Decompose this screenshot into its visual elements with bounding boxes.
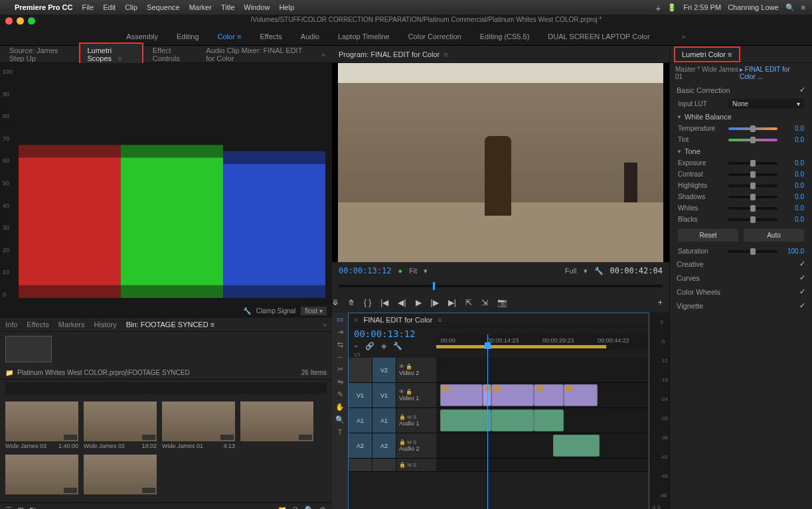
- spotlight-icon[interactable]: 🔍: [785, 3, 795, 12]
- tab-lumetri-color[interactable]: Lumetri Color ≡: [674, 46, 740, 62]
- section-curves[interactable]: Curves✓: [670, 271, 812, 285]
- folder-icon[interactable]: 📁: [5, 369, 13, 376]
- tab-info[interactable]: Info: [5, 321, 17, 328]
- program-tc-out[interactable]: 00:00:42:04: [610, 266, 663, 275]
- white-balance-header[interactable]: White Balance: [670, 111, 812, 123]
- clip-item[interactable]: [84, 455, 157, 496]
- tab-history[interactable]: History: [94, 321, 117, 328]
- menu-help[interactable]: Help: [279, 3, 294, 11]
- extract-icon[interactable]: ⇲: [481, 298, 488, 307]
- link-icon[interactable]: 🔗: [365, 342, 374, 350]
- reset-button[interactable]: Reset: [678, 229, 738, 242]
- clip-item[interactable]: [240, 401, 313, 449]
- track-a3[interactable]: 🔒 M S: [349, 459, 649, 472]
- timeline-tc[interactable]: 00:00:13:12: [349, 327, 436, 340]
- go-in-icon[interactable]: |◀: [380, 298, 388, 307]
- battery-icon[interactable]: 🔋: [667, 3, 677, 12]
- ws-color[interactable]: Color ≡: [218, 33, 242, 40]
- menubar-user[interactable]: Channing Lowe: [728, 3, 778, 11]
- scope-settings-icon[interactable]: 🔧: [243, 307, 251, 315]
- ws-laptop[interactable]: Laptop Timeline: [338, 33, 390, 40]
- mark-in-icon[interactable]: ⤋: [332, 298, 339, 307]
- project-overflow[interactable]: »: [323, 321, 327, 328]
- step-fwd-icon[interactable]: |▶: [431, 298, 439, 307]
- track-v1[interactable]: V1V1👁 🔒Video 1 Open 02: [349, 383, 649, 408]
- rate-stretch-icon[interactable]: ↔: [337, 353, 344, 361]
- tab-audio-mixer[interactable]: Audio Clip Mixer: FINAL EDIT for Color: [199, 44, 312, 65]
- settings-icon[interactable]: 🔧: [594, 267, 604, 275]
- timeline-ruler[interactable]: 00:00 00:00:14:23 00:00:29:23 00:00:44:2…: [436, 334, 649, 350]
- temperature-value[interactable]: 0.0: [781, 125, 804, 132]
- section-creative[interactable]: Creative✓: [670, 257, 812, 271]
- ws-effects[interactable]: Effects: [260, 33, 282, 40]
- ripple-edit-icon[interactable]: ⇆: [337, 340, 343, 349]
- track-a2[interactable]: A2A2🔒 M SAudio 2: [349, 433, 649, 459]
- menubar-time[interactable]: Fri 2:59 PM: [683, 3, 721, 11]
- settings-icon[interactable]: 🔧: [393, 342, 402, 350]
- menu-title[interactable]: Title: [221, 3, 234, 11]
- lumetri-seq-link[interactable]: ▸ FINAL EDIT for Color ...: [740, 66, 807, 80]
- float-dropdown[interactable]: float ▾: [301, 307, 327, 315]
- program-scrubber[interactable]: [332, 279, 669, 293]
- lift-icon[interactable]: ⇱: [465, 298, 472, 307]
- bin-search-input[interactable]: [5, 382, 327, 394]
- resolution-dropdown[interactable]: Full: [565, 267, 577, 275]
- find-icon[interactable]: 🔍: [305, 506, 314, 509]
- export-frame-icon[interactable]: 📷: [497, 298, 507, 307]
- freeform-view-icon[interactable]: ◧: [29, 506, 36, 509]
- icon-view-icon[interactable]: ▦: [17, 506, 24, 509]
- tab-markers[interactable]: Markers: [58, 321, 85, 328]
- play-icon[interactable]: ▶: [416, 298, 422, 307]
- clip-item[interactable]: Wide James 0218:02: [84, 401, 157, 449]
- clamp-signal-toggle[interactable]: Clamp Signal: [256, 307, 295, 315]
- exposure-slider[interactable]: [728, 162, 777, 165]
- new-bin-icon[interactable]: 📁: [278, 506, 287, 509]
- ws-editing[interactable]: Editing: [177, 33, 199, 40]
- whites-slider[interactable]: [728, 207, 777, 210]
- highlights-slider[interactable]: [728, 184, 777, 187]
- timeline-playhead[interactable]: [487, 334, 488, 509]
- tint-value[interactable]: 0.0: [781, 136, 804, 143]
- tint-slider[interactable]: [728, 139, 777, 141]
- section-basic-correction[interactable]: Basic Correction✓: [670, 83, 812, 97]
- tab-effects[interactable]: Effects: [27, 321, 48, 328]
- slip-tool-icon[interactable]: ⇋: [337, 378, 343, 386]
- menu-edit[interactable]: Edit: [103, 3, 116, 11]
- ws-audio[interactable]: Audio: [301, 33, 319, 40]
- auto-button[interactable]: Auto: [744, 229, 804, 242]
- menu-window[interactable]: Window: [244, 3, 270, 11]
- mark-clip-icon[interactable]: { }: [364, 298, 371, 307]
- razor-tool-icon[interactable]: ✂: [337, 365, 343, 374]
- close-window[interactable]: [5, 17, 13, 25]
- program-tc-in[interactable]: 00:00:13:12: [339, 266, 391, 275]
- step-back-icon[interactable]: ◀|: [398, 298, 406, 307]
- list-view-icon[interactable]: ☰: [5, 506, 12, 509]
- track-v2[interactable]: V2👁 🔒Video 2: [349, 358, 649, 383]
- marker-icon[interactable]: ◈: [381, 342, 386, 350]
- snap-icon[interactable]: ⌁: [354, 342, 359, 350]
- hand-tool-icon[interactable]: ✋: [335, 403, 345, 411]
- clip-item[interactable]: Wide James 031:40:00: [5, 401, 78, 449]
- section-color-wheels[interactable]: Color Wheels✓: [670, 285, 812, 299]
- trash-icon[interactable]: 🗑: [319, 506, 327, 509]
- tab-effect-controls[interactable]: Effect Controls: [146, 44, 197, 65]
- new-item-icon[interactable]: 🗋: [292, 506, 299, 509]
- ws-cs55[interactable]: Editing (CS5.5): [480, 33, 530, 40]
- shadows-slider[interactable]: [728, 196, 777, 198]
- sequence-name[interactable]: FINAL EDIT for Color: [363, 316, 432, 324]
- clip-item[interactable]: Wide James 014:13: [162, 401, 235, 449]
- ws-cc[interactable]: Color Correction: [408, 33, 461, 40]
- window-controls[interactable]: [0, 15, 41, 27]
- temperature-slider[interactable]: [728, 127, 777, 130]
- menu-clip[interactable]: Clip: [125, 3, 137, 11]
- track-select-icon[interactable]: ⇥: [337, 328, 343, 336]
- mark-out-icon[interactable]: ⤊: [348, 298, 355, 307]
- ws-assembly[interactable]: Assembly: [126, 33, 158, 40]
- go-out-icon[interactable]: ▶|: [448, 298, 456, 307]
- maximize-window[interactable]: [28, 17, 35, 25]
- menu-marker[interactable]: Marker: [189, 3, 212, 11]
- bin-grid[interactable]: Wide James 031:40:00 Wide James 0218:02 …: [0, 396, 332, 502]
- type-tool-icon[interactable]: T: [338, 428, 343, 436]
- program-monitor[interactable]: [332, 63, 669, 262]
- minimize-window[interactable]: [17, 17, 24, 25]
